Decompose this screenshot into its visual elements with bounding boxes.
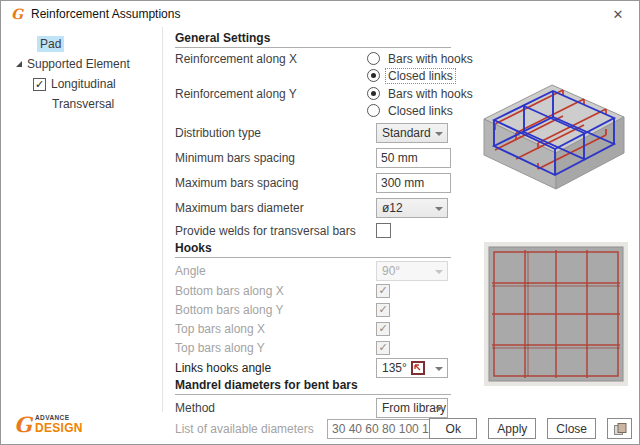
distribution-type-label: Distribution type — [175, 126, 376, 140]
row-distribution-type: Distribution type Standard — [175, 120, 451, 145]
max-bars-spacing-label: Maximum bars spacing — [175, 176, 376, 190]
radio-icon[interactable] — [367, 69, 380, 82]
links-hooks-angle-select[interactable]: 135° — [376, 358, 448, 378]
window-title: Reinforcement Assumptions — [31, 7, 180, 21]
row-provide-welds: Provide welds for transversal bars — [175, 220, 451, 241]
tree-item-pad[interactable]: Pad — [37, 34, 162, 54]
close-window-button[interactable]: ✕ — [603, 3, 633, 25]
radio-x-closed-links[interactable]: Closed links — [367, 67, 456, 84]
tree-item-supported-element[interactable]: Supported Element — [16, 54, 162, 74]
tree-item-transversal[interactable]: Transversal — [52, 94, 162, 114]
chevron-down-icon — [435, 132, 443, 136]
section-general-settings: General Settings — [175, 31, 451, 48]
bottom-bars-y-label: Bottom bars along Y — [175, 303, 376, 317]
row-reinforcement-x: Reinforcement along X Bars with hooks Cl… — [175, 50, 451, 85]
min-bars-spacing-label: Minimum bars spacing — [175, 151, 376, 165]
close-button[interactable]: Close — [547, 418, 596, 439]
hooks-angle-select: 90° — [376, 261, 448, 281]
reinforcement-x-label: Reinforcement along X — [175, 50, 367, 66]
max-bars-diameter-label: Maximum bars diameter — [175, 201, 376, 215]
bottom-bars-x-label: Bottom bars along X — [175, 284, 376, 298]
radio-x-bars-with-hooks-label: Bars with hooks — [385, 51, 476, 67]
tree-expander-icon[interactable] — [16, 61, 22, 67]
max-bars-diameter-select[interactable]: ø12 — [376, 198, 448, 218]
reinforcement-y-label: Reinforcement along Y — [175, 85, 367, 101]
row-min-bars-spacing: Minimum bars spacing — [175, 145, 451, 170]
top-bars-x-checkbox: ✓ — [376, 322, 390, 336]
longitudinal-checkbox[interactable]: ✓ — [33, 78, 46, 91]
radio-y-closed-links-label: Closed links — [385, 103, 456, 119]
row-bottom-bars-x: Bottom bars along X ✓ — [175, 281, 451, 300]
min-bars-spacing-input[interactable] — [376, 148, 451, 168]
row-bottom-bars-y: Bottom bars along Y ✓ — [175, 300, 451, 319]
radio-y-closed-links[interactable]: Closed links — [367, 102, 456, 119]
chevron-down-icon — [435, 367, 443, 371]
radio-x-closed-links-label: Closed links — [385, 68, 456, 84]
hooks-angle-label: Angle — [175, 264, 376, 278]
row-max-bars-spacing: Maximum bars spacing — [175, 170, 451, 195]
app-logo-icon: G — [9, 6, 25, 22]
provide-welds-label: Provide welds for transversal bars — [175, 224, 376, 238]
radio-icon[interactable] — [367, 87, 380, 100]
graitec-g-icon: G — [14, 412, 32, 437]
hooks-angle-value: 90° — [382, 264, 400, 278]
apply-button[interactable]: Apply — [488, 418, 536, 439]
distribution-type-value: Standard — [382, 126, 431, 140]
tree-item-pad-label: Pad — [37, 36, 64, 52]
advance-design-logo: G ADVANCE DESIGN — [14, 412, 83, 437]
bottom-bars-y-checkbox: ✓ — [376, 303, 390, 317]
method-select[interactable]: From library — [376, 398, 448, 418]
max-bars-diameter-value: ø12 — [382, 201, 403, 215]
logo-design-text: DESIGN — [35, 422, 83, 434]
bottom-bars-x-checkbox: ✓ — [376, 284, 390, 298]
radio-x-bars-with-hooks[interactable]: Bars with hooks — [367, 50, 476, 67]
title-bar: G Reinforcement Assumptions ✕ — [1, 1, 639, 27]
dialog-buttons: Ok Apply Close — [429, 418, 632, 439]
tree-item-longitudinal-label: Longitudinal — [51, 77, 116, 91]
top-bars-x-label: Top bars along X — [175, 322, 376, 336]
row-max-bars-diameter: Maximum bars diameter ø12 — [175, 195, 451, 220]
row-top-bars-x: Top bars along X ✓ — [175, 319, 451, 338]
section-mandrel: Mandrel diameters for bent bars — [175, 378, 451, 395]
links-hooks-angle-value: 135° — [382, 361, 407, 375]
row-reinforcement-y: Reinforcement along Y Bars with hooks Cl… — [175, 85, 451, 120]
clipboard-icon — [613, 422, 627, 436]
assumptions-tree: Pad Supported Element ✓ Longitudinal Tra… — [1, 27, 163, 412]
top-bars-y-checkbox: ✓ — [376, 341, 390, 355]
chevron-down-icon — [435, 407, 443, 411]
radio-icon[interactable] — [367, 52, 380, 65]
top-bars-y-label: Top bars along Y — [175, 341, 376, 355]
provide-welds-checkbox[interactable] — [376, 223, 391, 238]
link-hook-135-icon — [411, 361, 425, 375]
radio-y-bars-with-hooks-label: Bars with hooks — [385, 86, 476, 102]
row-diameters: List of available diameters — [175, 418, 451, 439]
chevron-down-icon — [435, 207, 443, 211]
radio-icon[interactable] — [367, 104, 380, 117]
row-top-bars-y: Top bars along Y ✓ — [175, 338, 451, 357]
distribution-type-select[interactable]: Standard — [376, 123, 448, 143]
ok-button[interactable]: Ok — [429, 418, 477, 439]
row-method: Method From library — [175, 397, 451, 418]
tree-item-transversal-label: Transversal — [52, 97, 114, 111]
copy-settings-button[interactable] — [607, 418, 632, 439]
chevron-down-icon — [435, 270, 443, 274]
pad-3d-preview-image — [478, 65, 634, 201]
links-hooks-angle-label: Links hooks angle — [175, 361, 376, 375]
row-hooks-angle: Angle 90° — [175, 260, 451, 281]
method-label: Method — [175, 401, 376, 415]
tree-item-supported-element-label: Supported Element — [27, 57, 130, 71]
tree-item-longitudinal[interactable]: ✓ Longitudinal — [33, 74, 162, 94]
radio-y-bars-with-hooks[interactable]: Bars with hooks — [367, 85, 476, 102]
section-hooks: Hooks — [175, 241, 451, 258]
diameters-label: List of available diameters — [175, 422, 327, 436]
row-links-hooks-angle: Links hooks angle 135° — [175, 357, 451, 378]
reinforcement-assumptions-dialog: G Reinforcement Assumptions ✕ Pad Suppor… — [0, 0, 640, 445]
settings-form: General Settings Reinforcement along X B… — [164, 27, 461, 444]
pad-2d-grid-preview-image — [484, 242, 628, 386]
max-bars-spacing-input[interactable] — [376, 173, 451, 193]
